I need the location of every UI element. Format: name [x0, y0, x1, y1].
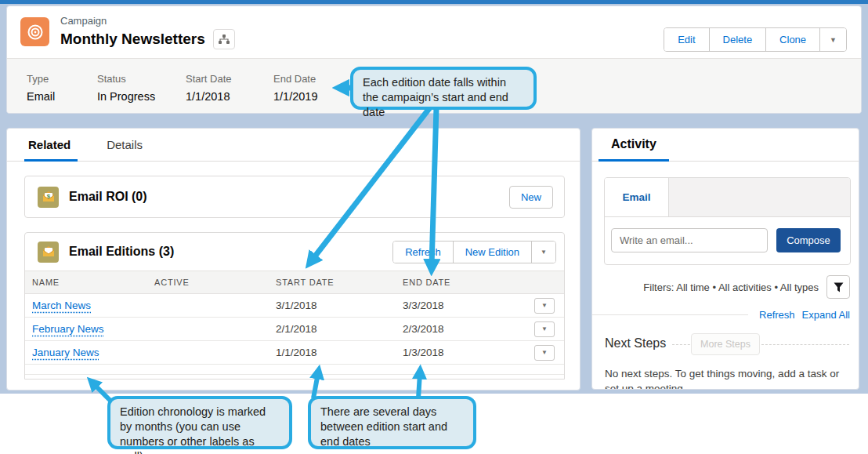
chevron-down-icon: ▼	[541, 349, 548, 356]
tab-email[interactable]: Email	[605, 178, 669, 216]
row-actions-dropdown[interactable]: ▼	[534, 298, 555, 314]
compose-button[interactable]: Compose	[776, 228, 841, 252]
no-next-steps-text: No next steps. To get things moving, add…	[605, 366, 848, 390]
cell-end-date: 2/3/2018	[403, 323, 519, 335]
edition-link[interactable]: January News	[32, 347, 99, 358]
field-value: 1/1/2019	[273, 90, 360, 103]
field-label: Start Date	[186, 73, 273, 85]
write-email-input[interactable]	[611, 228, 768, 252]
email-composer: Email Compose	[604, 177, 851, 265]
field-value: In Progress	[97, 90, 186, 103]
tab-related[interactable]: Related	[28, 129, 71, 162]
email-roi-card: $ Email ROI (0) New	[24, 176, 565, 218]
more-steps-button[interactable]: More Steps	[691, 333, 760, 355]
campaign-icon	[20, 17, 49, 46]
tab-details[interactable]: Details	[107, 129, 143, 162]
field-label: Type	[27, 73, 97, 85]
field-value: 1/1/2018	[186, 90, 273, 103]
expand-all-link[interactable]: Expand All	[802, 309, 850, 321]
new-edition-button[interactable]: New Edition	[454, 242, 532, 263]
record-tabs: Related Details	[7, 129, 580, 162]
page-title: Monthly Newsletters	[60, 31, 205, 48]
email-editions-icon	[38, 242, 59, 263]
filters-row: Filters: All time • All activities • All…	[643, 275, 850, 299]
callout-chronology: Edition chronology is marked by months (…	[107, 396, 292, 449]
row-actions-dropdown[interactable]: ▼	[534, 321, 555, 337]
column-header-active[interactable]: ACTIVE	[154, 278, 276, 287]
cell-end-date: 3/3/2018	[403, 300, 519, 311]
field-type: Type Email	[27, 73, 97, 113]
filters-summary: Filters: All time • All activities • All…	[643, 281, 819, 293]
field-status: Status In Progress	[97, 73, 186, 113]
field-value: Email	[27, 90, 97, 103]
top-accent-bar	[0, 0, 868, 4]
chevron-down-icon: ▼	[830, 36, 837, 44]
table-row: March News 3/1/2018 3/3/2018 ▼	[25, 294, 564, 318]
header-action-group: Edit Delete Clone ▼	[664, 27, 847, 52]
editions-more-dropdown[interactable]: ▼	[532, 242, 555, 263]
delete-button[interactable]: Delete	[710, 28, 767, 51]
field-label: Status	[97, 73, 186, 85]
field-end-date: End Date 1/1/2019	[273, 73, 360, 113]
tab-activity[interactable]: Activity	[611, 137, 656, 151]
record-type-label: Campaign	[60, 15, 235, 27]
clone-button[interactable]: Clone	[766, 28, 820, 51]
header-top-row: Campaign Monthly Newsletters Edit	[7, 6, 861, 58]
timeline-links: Refresh Expand All	[592, 309, 850, 321]
callout-edition-dates: Each edition date falls within the campa…	[350, 67, 537, 110]
cell-end-date: 1/3/2018	[403, 347, 519, 358]
filter-icon	[834, 282, 844, 292]
row-actions-dropdown[interactable]: ▼	[534, 345, 555, 361]
email-roi-title: Email ROI (0)	[69, 190, 147, 204]
salesforce-campaign-page: Campaign Monthly Newsletters Edit	[0, 0, 868, 454]
cell-start-date: 3/1/2018	[276, 300, 403, 311]
hierarchy-button[interactable]	[213, 29, 235, 49]
next-steps-title: Next Steps	[605, 336, 666, 350]
table-row: January News 1/1/2018 1/3/2018 ▼	[25, 341, 564, 365]
more-actions-dropdown[interactable]: ▼	[820, 28, 846, 51]
column-header-end-date[interactable]: END DATE	[403, 278, 519, 287]
refresh-link[interactable]: Refresh	[759, 309, 795, 321]
chevron-down-icon: ▼	[541, 302, 548, 309]
email-roi-icon: $	[38, 187, 59, 208]
email-editions-title: Email Editions (3)	[69, 245, 174, 259]
email-editions-header: Email Editions (3) Refresh New Edition ▼	[25, 233, 564, 271]
edit-button[interactable]: Edit	[664, 28, 709, 51]
edition-link[interactable]: March News	[32, 300, 91, 311]
activity-panel-card: Activity Email Compose Filters: All time…	[591, 128, 859, 390]
editions-table-header: NAME ACTIVE START DATE END DATE	[25, 271, 564, 294]
cell-start-date: 2/1/2018	[276, 323, 403, 335]
field-start-date: Start Date 1/1/2018	[186, 73, 273, 113]
chevron-down-icon: ▼	[541, 249, 547, 256]
table-row-empty	[25, 375, 564, 390]
cell-start-date: 1/1/2018	[276, 347, 403, 358]
editions-action-group: Refresh New Edition ▼	[392, 241, 556, 263]
column-header-start-date[interactable]: START DATE	[276, 278, 403, 287]
activity-tab-row: Activity	[592, 129, 859, 162]
table-row-empty	[25, 365, 564, 375]
next-steps-section: Next Steps More Steps	[605, 333, 849, 355]
filter-button[interactable]	[826, 275, 850, 299]
record-meta: Campaign Monthly Newsletters	[60, 15, 235, 49]
column-header-name[interactable]: NAME	[25, 278, 154, 287]
composer-tab-strip: Email	[605, 178, 850, 217]
related-panel-card: Related Details $ Email ROI (0) New	[6, 128, 580, 390]
refresh-button[interactable]: Refresh	[393, 242, 454, 263]
chevron-down-icon: ▼	[541, 325, 548, 332]
table-row: February News 2/1/2018 2/3/2018 ▼	[25, 318, 564, 341]
edition-link[interactable]: February News	[32, 323, 104, 335]
field-label: End Date	[273, 73, 360, 85]
new-email-roi-button[interactable]: New	[509, 186, 553, 209]
callout-date-gap: There are several days between edition s…	[308, 396, 476, 449]
email-editions-card: Email Editions (3) Refresh New Edition ▼…	[24, 232, 565, 380]
